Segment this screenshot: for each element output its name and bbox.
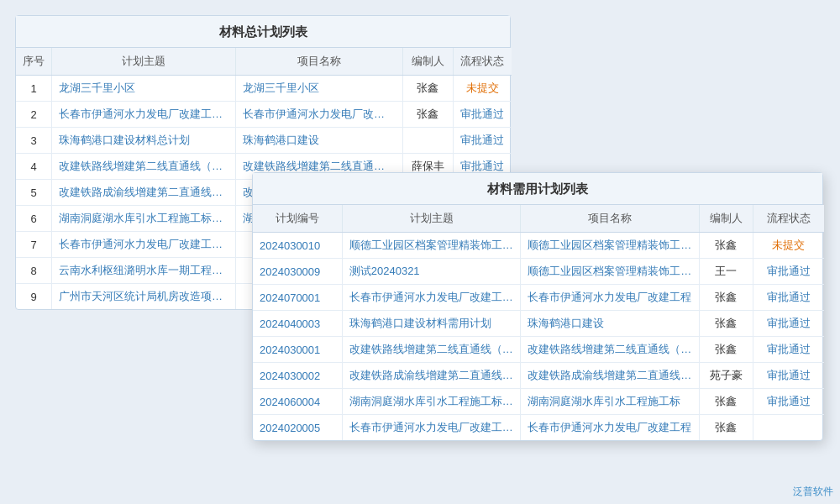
table-row[interactable]: 1 龙湖三千里小区 龙湖三千里小区 张鑫 未提交	[16, 76, 512, 102]
cell-theme[interactable]: 改建铁路成渝线增建第二直通线（成渝枢纽...	[52, 180, 236, 206]
cell-code[interactable]: 2024030010	[253, 233, 342, 259]
table-row[interactable]: 2024030010 顺德工业园区档案管理精装饰工程（... 顺德工业园区档案管…	[253, 233, 824, 259]
cell-project[interactable]: 改建铁路线增建第二线直通线（成都...	[521, 337, 700, 363]
cell-theme[interactable]: 测试20240321	[342, 259, 521, 285]
cell-editor: 张鑫	[699, 311, 753, 337]
table-row[interactable]: 2024030001 改建铁路线增建第二线直通线（成都... 改建铁路线增建第二…	[253, 337, 824, 363]
cell-project[interactable]: 顺德工业园区档案管理精装饰工程（...	[521, 259, 700, 285]
table2-col-project: 项目名称	[521, 205, 700, 233]
table-row[interactable]: 2024070001 长春市伊通河水力发电厂改建工程合... 长春市伊通河水力发…	[253, 285, 824, 311]
cell-editor: 张鑫	[402, 102, 453, 128]
table1-col-status: 流程状态	[453, 48, 512, 76]
cell-seq: 5	[16, 180, 52, 206]
cell-theme[interactable]: 改建铁路线增建第二线直通线（成都-西安）...	[52, 154, 236, 180]
cell-status: 审批通过	[753, 259, 824, 285]
cell-theme[interactable]: 云南水利枢纽潞明水库一期工程施工标材料...	[52, 258, 236, 284]
cell-project[interactable]: 龙湖三千里小区	[235, 76, 402, 102]
cell-code[interactable]: 2024040003	[253, 311, 342, 337]
cell-project[interactable]: 长春市伊通河水力发电厂改建工程	[235, 102, 402, 128]
cell-seq: 1	[16, 76, 52, 102]
watermark: 泛普软件	[793, 485, 833, 499]
cell-editor	[402, 128, 453, 154]
cell-code[interactable]: 2024030002	[253, 363, 342, 389]
table-row[interactable]: 3 珠海鹤港口建设材料总计划 珠海鹤港口建设 审批通过	[16, 128, 512, 154]
cell-theme[interactable]: 珠海鹤港口建设材料总计划	[52, 128, 236, 154]
table-row[interactable]: 2024030009 测试20240321 顺德工业园区档案管理精装饰工程（..…	[253, 259, 824, 285]
cell-editor: 张鑫	[699, 285, 753, 311]
table2-col-editor: 编制人	[699, 205, 753, 233]
table1-col-project: 项目名称	[235, 48, 402, 76]
table2-col-status: 流程状态	[753, 205, 824, 233]
table1-title: 材料总计划列表	[16, 16, 510, 48]
table1-col-editor: 编制人	[402, 48, 453, 76]
cell-seq: 4	[16, 154, 52, 180]
cell-seq: 6	[16, 206, 52, 232]
cell-editor: 张鑫	[699, 389, 753, 415]
cell-editor: 苑子豪	[699, 363, 753, 389]
cell-code[interactable]: 2024020005	[253, 415, 342, 441]
cell-theme[interactable]: 改建铁路成渝线增建第二直通线（成...	[342, 363, 521, 389]
table2-body: 2024030010 顺德工业园区档案管理精装饰工程（... 顺德工业园区档案管…	[253, 233, 824, 441]
cell-status	[753, 415, 824, 441]
cell-seq: 8	[16, 258, 52, 284]
cell-theme[interactable]: 龙湖三千里小区	[52, 76, 236, 102]
cell-theme[interactable]: 长春市伊通河水力发电厂改建工程合同材料...	[52, 102, 236, 128]
cell-status: 审批通过	[753, 285, 824, 311]
cell-seq: 7	[16, 232, 52, 258]
cell-status: 审批通过	[453, 128, 512, 154]
table2-container: 材料需用计划列表 计划编号 计划主题 项目名称 编制人 流程状态 2024030…	[252, 172, 823, 441]
cell-seq: 3	[16, 128, 52, 154]
cell-editor: 王一	[699, 259, 753, 285]
cell-project[interactable]: 长春市伊通河水力发电厂改建工程	[521, 285, 700, 311]
cell-theme[interactable]: 珠海鹤港口建设材料需用计划	[342, 311, 521, 337]
cell-project[interactable]: 珠海鹤港口建设	[235, 128, 402, 154]
cell-status: 审批通过	[453, 102, 512, 128]
cell-project[interactable]: 湖南洞庭湖水库引水工程施工标	[521, 389, 700, 415]
cell-status: 审批通过	[753, 311, 824, 337]
cell-project[interactable]: 顺德工业园区档案管理精装饰工程（...	[521, 233, 700, 259]
table2-col-theme: 计划主题	[342, 205, 521, 233]
cell-theme[interactable]: 长春市伊通河水力发电厂改建工程合...	[342, 285, 521, 311]
table-row[interactable]: 2024060004 湖南洞庭湖水库引水工程施工标材... 湖南洞庭湖水库引水工…	[253, 389, 824, 415]
table2-col-code: 计划编号	[253, 205, 342, 233]
cell-status: 审批通过	[753, 363, 824, 389]
cell-theme[interactable]: 长春市伊通河水力发电厂改建工程材...	[342, 415, 521, 441]
cell-project[interactable]: 改建铁路成渝线增建第二直通线（成...	[521, 363, 700, 389]
cell-theme[interactable]: 改建铁路线增建第二线直通线（成都...	[342, 337, 521, 363]
cell-theme[interactable]: 湖南洞庭湖水库引水工程施工标材...	[342, 389, 521, 415]
cell-theme[interactable]: 湖南洞庭湖水库引水工程施工标材料总计划	[52, 206, 236, 232]
table-row[interactable]: 2024030002 改建铁路成渝线增建第二直通线（成... 改建铁路成渝线增建…	[253, 363, 824, 389]
table2: 计划编号 计划主题 项目名称 编制人 流程状态 2024030010 顺德工业园…	[253, 205, 824, 440]
cell-status: 未提交	[453, 76, 512, 102]
cell-project[interactable]: 珠海鹤港口建设	[521, 311, 700, 337]
table1-header-row: 序号 计划主题 项目名称 编制人 流程状态	[16, 48, 512, 76]
cell-editor: 张鑫	[699, 233, 753, 259]
cell-status: 未提交	[753, 233, 824, 259]
cell-theme[interactable]: 广州市天河区统计局机房改造项目材料总计划	[52, 284, 236, 310]
table2-title: 材料需用计划列表	[253, 173, 822, 205]
cell-code[interactable]: 2024030001	[253, 337, 342, 363]
cell-theme[interactable]: 长春市伊通河水力发电厂改建工程材料总计划	[52, 232, 236, 258]
cell-code[interactable]: 2024030009	[253, 259, 342, 285]
table1-col-theme: 计划主题	[52, 48, 236, 76]
cell-project[interactable]: 长春市伊通河水力发电厂改建工程	[521, 415, 700, 441]
table-row[interactable]: 2024020005 长春市伊通河水力发电厂改建工程材... 长春市伊通河水力发…	[253, 415, 824, 441]
cell-code[interactable]: 2024060004	[253, 389, 342, 415]
table-row[interactable]: 2024040003 珠海鹤港口建设材料需用计划 珠海鹤港口建设 张鑫 审批通过	[253, 311, 824, 337]
cell-seq: 9	[16, 284, 52, 310]
table2-header-row: 计划编号 计划主题 项目名称 编制人 流程状态	[253, 205, 824, 233]
cell-editor: 张鑫	[699, 415, 753, 441]
cell-seq: 2	[16, 102, 52, 128]
cell-editor: 张鑫	[699, 337, 753, 363]
cell-status: 审批通过	[753, 337, 824, 363]
cell-theme[interactable]: 顺德工业园区档案管理精装饰工程（...	[342, 233, 521, 259]
table1-col-seq: 序号	[16, 48, 52, 76]
cell-code[interactable]: 2024070001	[253, 285, 342, 311]
cell-status: 审批通过	[753, 389, 824, 415]
table-row[interactable]: 2 长春市伊通河水力发电厂改建工程合同材料... 长春市伊通河水力发电厂改建工程…	[16, 102, 512, 128]
cell-editor: 张鑫	[402, 76, 453, 102]
